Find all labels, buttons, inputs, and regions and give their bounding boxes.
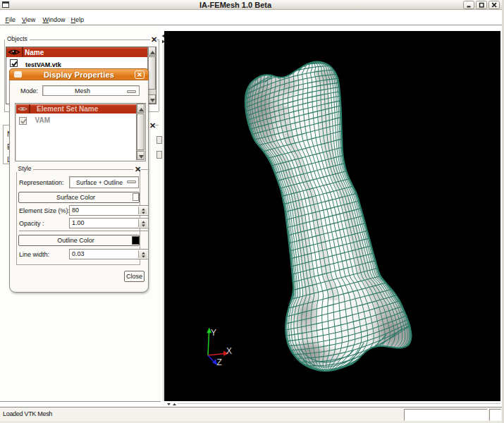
svg-text:Z: Z — [217, 357, 222, 367]
svg-text:X: X — [226, 346, 232, 356]
svg-text:Y: Y — [211, 328, 216, 338]
